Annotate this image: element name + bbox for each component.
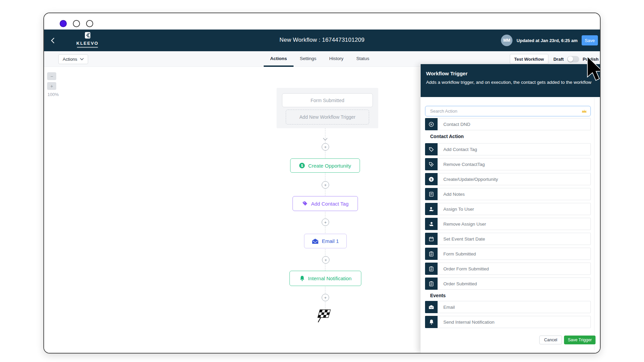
- section-header-contact-action: Contact Action: [430, 134, 591, 139]
- calendar-icon: [425, 233, 438, 245]
- clipboard-icon: [425, 278, 438, 290]
- notes-icon: [425, 188, 438, 200]
- save-button[interactable]: Save: [582, 35, 598, 45]
- logo-tagline: [77, 47, 98, 48]
- trigger-node-form-submitted[interactable]: Form Submitted: [282, 93, 373, 107]
- window-dot-active[interactable]: [60, 20, 67, 27]
- add-new-workflow-trigger-button[interactable]: Add New Workflow Trigger: [286, 110, 369, 125]
- node-add-contact-tag[interactable]: Add Contact Tag: [293, 196, 358, 211]
- zoom-level: 100%: [47, 92, 59, 97]
- avatar[interactable]: MM: [501, 35, 512, 46]
- tab-status[interactable]: Status: [350, 51, 376, 67]
- app-window: KLEEVO New Workflow : 1674473101209 MM U…: [43, 13, 601, 354]
- tab-actions[interactable]: Actions: [264, 51, 294, 67]
- user-remove-icon: [425, 218, 438, 230]
- actions-dropdown-label: Actions: [63, 57, 77, 62]
- panel-footer: Cancel Save Trigger: [539, 336, 596, 344]
- panel-title: Workflow Trigger: [426, 71, 593, 76]
- svg-text:$: $: [301, 164, 303, 168]
- screenshot-stage: KLEEVO New Workflow : 1674473101209 MM U…: [0, 0, 644, 362]
- window-dot[interactable]: [73, 20, 80, 27]
- email-icon: [312, 239, 319, 244]
- list-item-contact-dnd[interactable]: Contact DND: [425, 118, 591, 130]
- zoom-out-button[interactable]: −: [47, 72, 56, 80]
- finish-flag-icon: [317, 309, 333, 323]
- panel-header: Workflow Trigger Adds a workflow trigger…: [421, 64, 600, 97]
- add-step-button[interactable]: +: [322, 294, 329, 301]
- list-item-label: Contact DND: [443, 122, 470, 127]
- chevron-down-icon: [80, 58, 84, 60]
- draft-publish-toggle[interactable]: [567, 56, 579, 62]
- tab-history[interactable]: History: [323, 51, 350, 67]
- clipboard-icon: [425, 248, 438, 260]
- panel-body: Contact DND Contact Action Add Contact T…: [425, 97, 591, 353]
- node-label: Internal Notification: [308, 275, 351, 281]
- add-step-button[interactable]: +: [322, 143, 329, 151]
- list-item-create-update-opportunity[interactable]: $ Create/Update/Opportunity: [425, 173, 591, 185]
- search-action-field[interactable]: [425, 106, 591, 116]
- list-item-send-internal-notification[interactable]: Send Internal Notification: [425, 316, 591, 328]
- draft-label: Draft: [554, 57, 564, 62]
- trigger-group: Form Submitted Add New Workflow Trigger: [277, 88, 378, 128]
- tab-settings[interactable]: Settings: [294, 51, 323, 67]
- crown-icon: [581, 109, 587, 113]
- list-item-remove-contact-tag[interactable]: Remove ContactTag: [425, 158, 591, 170]
- toggle-knob: [568, 56, 573, 62]
- bell-icon: [299, 275, 305, 282]
- tab-bar: Actions Settings History Status: [264, 51, 376, 67]
- save-trigger-button[interactable]: Save Trigger: [564, 336, 596, 344]
- list-item-email[interactable]: Email: [425, 301, 591, 313]
- window-titlebar: [44, 13, 600, 30]
- search-input[interactable]: [429, 108, 580, 114]
- list-item-order-form-submitted[interactable]: Order Form Submitted: [425, 263, 591, 275]
- list-item-add-contact-tag[interactable]: Add Contact Tag: [425, 143, 591, 155]
- tag-remove-icon: [425, 158, 438, 170]
- list-item-assign-to-user[interactable]: Assign To User: [425, 203, 591, 215]
- add-step-button[interactable]: +: [322, 218, 329, 226]
- add-step-button[interactable]: +: [322, 256, 329, 264]
- node-create-opportunity[interactable]: $ Create Opportunity: [290, 158, 360, 173]
- app-header: KLEEVO New Workflow : 1674473101209 MM U…: [44, 30, 600, 51]
- mouse-cursor-icon: [586, 56, 601, 84]
- email-icon: [425, 301, 438, 313]
- add-step-button[interactable]: +: [322, 181, 329, 189]
- list-item-set-event-start-date[interactable]: Set Event Start Date: [425, 233, 591, 245]
- list-item-add-notes[interactable]: Add Notes: [425, 188, 591, 200]
- updated-timestamp: Updated at Jan 23rd, 6:25 am: [517, 38, 578, 43]
- dnd-icon: [425, 118, 438, 130]
- node-label: Email 1: [322, 238, 339, 244]
- list-item-form-submitted[interactable]: Form Submitted: [425, 248, 591, 260]
- opportunity-icon: $: [299, 163, 305, 169]
- tag-icon: [302, 201, 308, 207]
- window-dot[interactable]: [86, 20, 93, 27]
- section-header-events: Events: [430, 293, 591, 298]
- arrow-down-icon: [323, 138, 328, 141]
- node-email-1[interactable]: Email 1: [304, 234, 347, 248]
- cancel-button[interactable]: Cancel: [539, 336, 562, 344]
- panel-scroll-track[interactable]: [594, 98, 595, 350]
- workflow-trigger-panel: Workflow Trigger Adds a workflow trigger…: [420, 64, 600, 353]
- opportunity-icon: $: [425, 173, 438, 185]
- bell-icon: [425, 316, 438, 328]
- list-item-order-submitted[interactable]: Order Submitted: [425, 278, 591, 290]
- zoom-in-button[interactable]: +: [47, 82, 56, 90]
- clipboard-icon: [425, 263, 438, 275]
- tag-icon: [425, 143, 438, 155]
- actions-dropdown[interactable]: Actions: [58, 54, 88, 64]
- test-workflow-button[interactable]: Test Workflow: [510, 54, 548, 64]
- node-internal-notification[interactable]: Internal Notification: [289, 271, 361, 286]
- user-check-icon: [425, 203, 438, 215]
- list-item-remove-assign-user[interactable]: Remove Assign User: [425, 218, 591, 230]
- svg-text:$: $: [430, 177, 432, 181]
- node-label: Create Opportunity: [308, 163, 351, 169]
- panel-description: Adds a workflow trigger, and on executio…: [426, 79, 593, 85]
- node-label: Add Contact Tag: [311, 201, 349, 207]
